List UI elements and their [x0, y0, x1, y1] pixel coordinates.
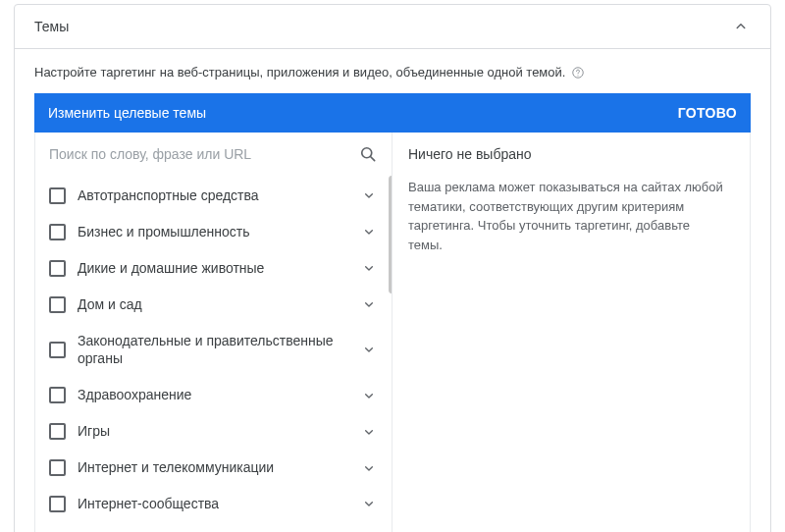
topics-panel: Темы Настройте таргетинг на веб-страницы…: [14, 4, 771, 532]
panel-body: Настройте таргетинг на веб-страницы, при…: [15, 48, 770, 532]
search-input[interactable]: [49, 140, 350, 168]
panel-description-row: Настройте таргетинг на веб-страницы, при…: [34, 65, 751, 80]
chevron-down-icon[interactable]: [360, 223, 378, 240]
panel-description: Настройте таргетинг на веб-страницы, при…: [34, 65, 565, 80]
checkbox[interactable]: [49, 187, 66, 204]
checkbox[interactable]: [49, 224, 66, 240]
done-button[interactable]: ГОТОВО: [678, 105, 737, 121]
chevron-down-icon[interactable]: [360, 259, 378, 277]
topic-item[interactable]: Игры: [35, 413, 392, 450]
chevron-down-icon[interactable]: [360, 423, 378, 441]
topic-item[interactable]: Здравоохранение: [35, 377, 392, 413]
chevron-up-icon: [731, 17, 751, 36]
search-icon[interactable]: [358, 144, 378, 164]
chevron-down-icon[interactable]: [360, 459, 378, 477]
checkbox[interactable]: [49, 459, 66, 476]
panel-title: Темы: [34, 19, 69, 34]
topic-item[interactable]: Интернет-сообщества: [35, 486, 392, 522]
topic-label: Автотранспортные средства: [78, 186, 348, 205]
selection-status-description: Ваша реклама может показываться на сайта…: [408, 178, 734, 254]
topic-item[interactable]: Дом и сад: [35, 287, 392, 323]
topic-label: Законодательные и правительственные орга…: [78, 332, 348, 369]
checkbox[interactable]: [49, 387, 66, 403]
left-column: Автотранспортные средстваБизнес и промыш…: [35, 133, 392, 532]
chevron-down-icon[interactable]: [360, 186, 378, 204]
selection-status-title: Ничего не выбрано: [408, 146, 734, 162]
checkbox[interactable]: [49, 496, 66, 512]
checkbox[interactable]: [49, 342, 66, 358]
svg-point-1: [578, 75, 579, 76]
topic-item[interactable]: Автотранспортные средства: [35, 178, 392, 214]
chevron-down-icon[interactable]: [360, 387, 378, 404]
topic-label: Бизнес и промышленность: [78, 223, 348, 241]
panel-header[interactable]: Темы: [15, 5, 770, 48]
topic-label: Интернет и телекоммуникации: [78, 458, 348, 477]
scrollbar-thumb[interactable]: [389, 176, 392, 293]
topic-label: Интернет-сообщества: [78, 495, 348, 513]
checkbox[interactable]: [49, 260, 66, 277]
edit-topics-bar: Изменить целевые темы ГОТОВО: [34, 93, 751, 133]
topic-label: Дом и сад: [78, 295, 348, 314]
chevron-down-icon[interactable]: [360, 295, 378, 313]
topic-label: Дикие и домашние животные: [78, 259, 348, 278]
topics-scroll-area: Автотранспортные средстваБизнес и промыш…: [35, 176, 392, 532]
topic-label: Здравоохранение: [78, 386, 348, 404]
topic-item[interactable]: Искусство и развлечения: [35, 522, 392, 532]
checkbox[interactable]: [49, 423, 66, 440]
topic-list: Автотранспортные средстваБизнес и промыш…: [35, 176, 392, 532]
topic-item[interactable]: Законодательные и правительственные орга…: [35, 323, 392, 378]
content-columns: Автотранспортные средстваБизнес и промыш…: [34, 133, 751, 532]
topic-label: Игры: [78, 422, 348, 441]
svg-line-3: [371, 157, 375, 161]
topic-item[interactable]: Дикие и домашние животные: [35, 250, 392, 287]
help-icon[interactable]: [571, 66, 585, 80]
chevron-down-icon[interactable]: [360, 495, 378, 512]
topic-item[interactable]: Бизнес и промышленность: [35, 214, 392, 250]
topic-item[interactable]: Интернет и телекоммуникации: [35, 450, 392, 486]
right-column: Ничего не выбрано Ваша реклама может пок…: [392, 133, 750, 532]
chevron-down-icon[interactable]: [360, 341, 378, 358]
search-row: [35, 133, 392, 176]
checkbox[interactable]: [49, 296, 66, 313]
edit-topics-label: Изменить целевые темы: [48, 105, 206, 121]
